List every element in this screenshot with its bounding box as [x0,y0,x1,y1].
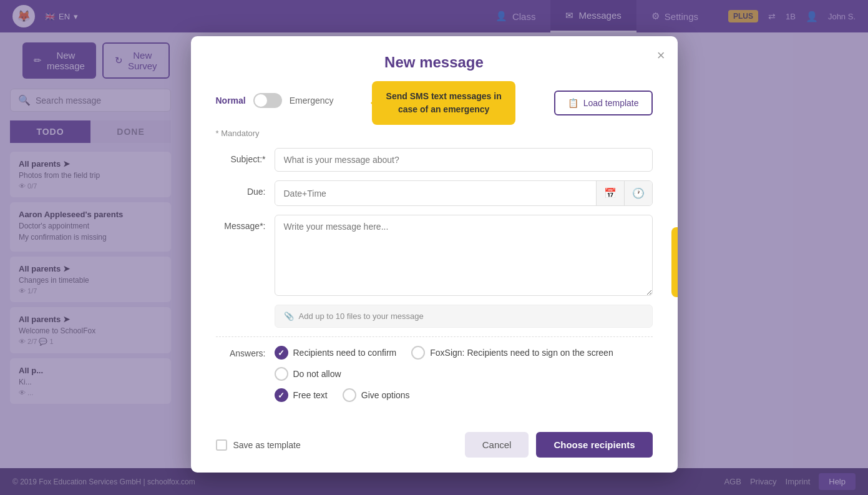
modal-overlay: New message × Normal Emergency Send [0,0,868,495]
save-template-row: Save as template [216,439,301,451]
attachment-bar[interactable]: 📎 Add up to 10 files to your message [275,305,653,328]
emergency-toggle-row: Normal Emergency [216,93,334,108]
modal-title: New message [216,54,653,71]
new-message-modal: New message × Normal Emergency Send [191,36,678,473]
answer-freetext[interactable]: Free text [275,388,328,402]
answer-confirm[interactable]: Recipients need to confirm [275,346,397,360]
cancel-button[interactable]: Cancel [465,432,529,458]
modal-header: New message × [191,36,678,81]
save-template-checkbox[interactable] [216,439,227,451]
disallow-radio[interactable] [275,367,288,381]
calendar-icon-button[interactable]: 📅 [596,181,624,205]
due-row: Due: 📅 🕐 [216,180,653,206]
date-field: 📅 🕐 [275,180,653,206]
choose-recipients-button[interactable]: Choose recipients [536,432,652,458]
emergency-label: Emergency [290,96,334,105]
message-row: Message*: No exchange of private contact… [216,215,653,296]
privacy-tooltip: No exchange of private contact data. We … [671,227,678,297]
close-button[interactable]: × [657,47,665,64]
attachment-row: 📎 Add up to 10 files to your message [216,305,653,328]
answers-label: Answers: [216,346,266,358]
message-label: Message*: [216,215,266,231]
subject-input[interactable] [275,148,653,172]
subject-label: Subject:* [216,148,266,164]
message-textarea[interactable] [275,215,653,296]
freetext-radio[interactable] [275,388,288,402]
answer-foxsign[interactable]: FoxSign: Recipients need to sign on the … [411,346,613,360]
modal-footer: Save as template Cancel Choose recipient… [191,423,678,473]
clock-icon-button[interactable]: 🕐 [624,181,652,205]
footer-buttons: Cancel Choose recipients [465,432,653,458]
answer-disallow[interactable]: Do not allow [275,367,653,381]
answers-options: Recipients need to confirm FoxSign: Reci… [275,346,653,402]
confirm-radio[interactable] [275,346,288,360]
foxsign-radio[interactable] [411,346,425,360]
main-area: ✏ New message ↻ New Survey 🔍 TODO DONE A… [0,32,868,495]
date-input[interactable] [275,182,596,205]
emergency-toggle[interactable] [253,93,282,108]
copy-icon: 📋 [568,98,578,108]
answer-giveopts[interactable]: Give options [343,388,410,402]
mandatory-note: * Mandatory [216,129,653,138]
giveopts-radio[interactable] [343,388,356,402]
due-label: Due: [216,180,266,197]
subject-row: Subject:* [216,148,653,172]
answers-row: Answers: Recipients need to confirm FoxS… [216,346,653,402]
sms-tooltip: Send SMS text messages in case of an eme… [372,81,515,125]
modal-body: Normal Emergency Send SMS text messages … [191,81,678,423]
normal-label: Normal [216,96,246,105]
divider [216,336,653,337]
paperclip-icon: 📎 [284,311,294,321]
load-template-button[interactable]: 📋 Load template [554,91,653,115]
